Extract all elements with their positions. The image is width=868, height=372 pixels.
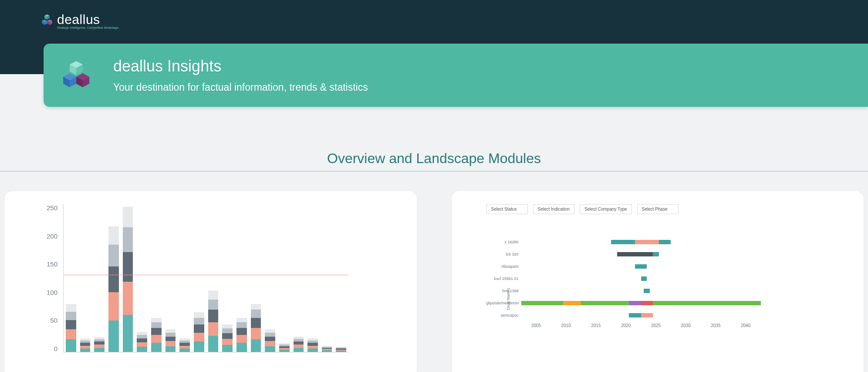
- gantt-segment: [629, 301, 641, 305]
- brand-logo[interactable]: deallus Strategic Intelligence. Competit…: [41, 12, 119, 29]
- stacked-bar: [279, 343, 290, 352]
- gantt-segment: [635, 240, 659, 244]
- gantt-filter-select[interactable]: Select Company Type: [580, 204, 632, 214]
- insights-banner: deallus Insights Your destination for fa…: [44, 44, 868, 107]
- stacked-bar: [80, 338, 91, 352]
- reference-line: [64, 275, 348, 275]
- banner-subtitle: Your destination for factual information…: [113, 82, 368, 93]
- stacked-bar: [165, 329, 176, 352]
- gantt-segment: [563, 301, 581, 305]
- gantt-x-tick: 2025: [641, 323, 671, 328]
- section-title: Overview and Landscape Modules: [0, 150, 868, 171]
- stacked-bar: [179, 338, 190, 352]
- gantt-row: glipizide/metformin: [486, 297, 761, 309]
- brand-tagline: Strategic Intelligence. Competitive Adva…: [57, 26, 119, 29]
- stacked-bar: [336, 347, 346, 352]
- module-card-gantt-chart[interactable]: Select StatusSelect IndicationSelect Com…: [452, 191, 864, 372]
- y-tick: 100: [47, 289, 57, 296]
- gantt-segment: [611, 240, 635, 244]
- stacked-bar: [108, 226, 119, 352]
- stacked-bar: [307, 338, 318, 352]
- stacked-bar: [66, 304, 76, 352]
- gantt-x-tick: 2040: [731, 323, 761, 328]
- gantt-row: x 16280: [486, 236, 761, 248]
- section-divider: [0, 171, 868, 171]
- gantt-segment: [617, 252, 653, 256]
- gantt-segment: [653, 301, 761, 305]
- gantt-row: bnv 1398: [486, 285, 761, 297]
- stacked-bar: [265, 329, 275, 352]
- gantt-x-tick: 2010: [551, 323, 581, 328]
- gantt-segment: [521, 301, 563, 305]
- gantt-x-tick: 2020: [611, 323, 641, 328]
- gantt-segment: [641, 276, 647, 281]
- y-tick: 150: [47, 260, 57, 268]
- gantt-segment: [659, 240, 671, 244]
- gantt-segment: [644, 289, 650, 293]
- logo-cubes-icon: [41, 14, 53, 25]
- y-tick: 50: [50, 317, 57, 324]
- gantt-filter-select[interactable]: Select Status: [486, 204, 528, 214]
- gantt-filter-select[interactable]: Select Phase: [637, 204, 679, 214]
- y-tick: 200: [47, 232, 57, 240]
- gantt-x-tick: 2030: [671, 323, 701, 328]
- gantt-filters: Select StatusSelect IndicationSelect Com…: [486, 204, 855, 214]
- y-tick: 0: [54, 345, 57, 352]
- stacked-bar: [322, 346, 332, 352]
- module-card-bar-chart[interactable]: 250200150100500: [4, 191, 417, 372]
- bar-chart-y-axis: 250200150100500: [39, 204, 61, 352]
- gantt-segment: [629, 313, 641, 317]
- gantt-row-label: bnv 1398: [486, 289, 521, 293]
- y-tick: 250: [47, 204, 57, 212]
- bar-chart-plot-area: [63, 204, 348, 352]
- gantt-row-label: rifaxapant: [486, 264, 521, 269]
- stacked-bar: [151, 318, 162, 352]
- gantt-segment: [653, 252, 659, 256]
- stacked-bar: [208, 290, 219, 352]
- gantt-segment: [581, 301, 629, 305]
- gantt-row-label: bxcl 25861.01: [486, 276, 521, 281]
- gantt-segment: [641, 313, 653, 317]
- gantt-row: rifaxapant: [486, 260, 761, 273]
- gantt-segment: [635, 264, 647, 269]
- gantt-row-label: glipizide/metformin: [486, 301, 521, 305]
- brand-name: deallus: [57, 12, 100, 27]
- gantt-x-tick: 2005: [521, 323, 551, 328]
- gantt-row-label: x 16280: [486, 240, 521, 244]
- gantt-x-tick: 2035: [701, 323, 731, 328]
- gantt-row-label: lcb 320: [486, 252, 521, 256]
- gantt-x-axis: 20052010201520202025203020352040: [521, 323, 761, 328]
- stacked-bar: [137, 332, 147, 352]
- stacked-bar: [194, 312, 204, 352]
- stacked-bar: [222, 324, 233, 352]
- gantt-segment: [641, 301, 653, 305]
- stacked-bar: [94, 337, 105, 352]
- stacked-bar: [123, 207, 133, 352]
- stacked-bar: [236, 318, 247, 352]
- banner-cubes-icon: [61, 60, 91, 91]
- header-bar: deallus Strategic Intelligence. Competit…: [0, 0, 868, 74]
- gantt-filter-select[interactable]: Select Indication: [533, 204, 574, 214]
- module-cards-row: 250200150100500 Select StatusSelect Indi…: [0, 171, 868, 372]
- gantt-chart: Drug Names x 16280lcb 320rifaxapantbxcl …: [486, 236, 761, 328]
- bar-chart: 250200150100500: [39, 204, 353, 370]
- stacked-bar: [251, 304, 261, 352]
- gantt-row: lcb 320: [486, 248, 761, 260]
- banner-title: deallus Insights: [113, 57, 368, 75]
- stacked-bar: [294, 337, 304, 352]
- gantt-x-tick: 2015: [581, 323, 611, 328]
- gantt-row: bxcl 25861.01: [486, 273, 761, 285]
- gantt-row-label: senicapoc: [486, 313, 521, 317]
- gantt-row: senicapoc: [486, 309, 761, 321]
